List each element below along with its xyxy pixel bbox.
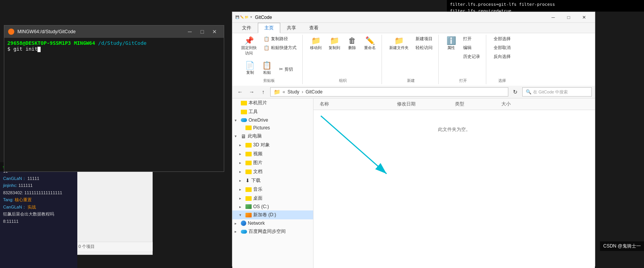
cut-icon: ✂ bbox=[279, 66, 283, 72]
new-folder-btn[interactable]: 📁 新建文件夹 bbox=[387, 35, 411, 53]
col-header-name[interactable]: 名称 bbox=[317, 100, 394, 108]
open-label: 打开 bbox=[459, 78, 467, 84]
path-study[interactable]: Study bbox=[288, 89, 300, 95]
tree-item-network[interactable]: ▸ Network bbox=[232, 219, 313, 227]
documents-folder-icon bbox=[245, 170, 252, 174]
chat-panel: 11 CanGLaN： 11111 jinjinhc: 111111 83283… bbox=[0, 166, 77, 268]
restore-button[interactable]: □ bbox=[197, 27, 208, 36]
back-button[interactable]: ← bbox=[235, 87, 245, 97]
tree-item-video[interactable]: ▸ 视频 bbox=[232, 149, 313, 158]
thispc-icon: 🖥 bbox=[241, 133, 246, 139]
tab-home[interactable]: 主页 bbox=[258, 23, 280, 33]
tab-view[interactable]: 查看 bbox=[303, 23, 325, 33]
properties-btn[interactable]: ℹ️ 属性 bbox=[443, 35, 459, 61]
new-label: 新建 bbox=[407, 78, 415, 84]
drive-d-icon bbox=[245, 213, 252, 217]
refresh-button[interactable]: ↻ bbox=[511, 87, 520, 97]
git-command-line: $ git init bbox=[7, 46, 221, 52]
address-input[interactable]: 📁 « Study › GitCode bbox=[270, 87, 508, 97]
git-bash-title: MINGW64:/d/Study/GitCode bbox=[17, 29, 76, 34]
tree-item-onedrive[interactable]: ▾ OneDrive bbox=[232, 116, 313, 124]
tree-item-pictures[interactable]: Pictures bbox=[232, 124, 313, 132]
tree-item-downloads[interactable]: ▸ ⬇ 下载 bbox=[232, 176, 313, 185]
sidebar-item-count: 0 个项目 bbox=[75, 242, 153, 251]
git-bash-titlebar: MINGW64:/d/Study/GitCode ─ □ ✕ bbox=[4, 25, 224, 38]
select-none-btn[interactable]: 全部取消 bbox=[491, 44, 513, 52]
tab-file[interactable]: 文件 bbox=[235, 23, 258, 33]
minimize-button[interactable]: ─ bbox=[184, 27, 195, 36]
explorer-minimize-btn[interactable]: ─ bbox=[545, 12, 561, 23]
tab-share[interactable]: 共享 bbox=[280, 23, 303, 33]
search-box[interactable]: 🔍 在 GitCode 中搜索 bbox=[522, 87, 592, 97]
ribbon-group-new: 📁 新建文件夹 新建项目 轻松访问 新建 bbox=[383, 35, 439, 84]
tree-item-tools[interactable]: 工具 bbox=[232, 107, 313, 116]
content-panel: 名称 修改日期 类型 大小 此文件夹为空。 bbox=[313, 98, 595, 268]
edit-btn[interactable]: 编辑 bbox=[460, 44, 483, 52]
tree-item-3d[interactable]: ▸ 3D 对象 bbox=[232, 141, 313, 149]
open-btn[interactable]: 打开 bbox=[460, 35, 483, 43]
pin-to-quick-access-btn[interactable]: 📌 固定到快访问 bbox=[239, 35, 259, 58]
paste-btn[interactable]: 📋 粘贴 bbox=[259, 59, 275, 77]
search-icon: 🔍 bbox=[526, 89, 532, 95]
copy-btn[interactable]: 📄 复制 bbox=[242, 59, 258, 77]
new-item-btn[interactable]: 新建项目 bbox=[413, 35, 435, 43]
cursor bbox=[37, 47, 41, 52]
invert-select-btn[interactable]: 反向选择 bbox=[491, 53, 513, 61]
chat-item-2: CanGLaN： 11111 bbox=[2, 175, 76, 182]
paste-shortcut-btn[interactable]: 📋 粘贴快捷方式 bbox=[261, 44, 299, 52]
git-icon bbox=[8, 29, 14, 35]
copy-path-btn[interactable]: 📋 复制路径 bbox=[261, 35, 299, 43]
tree-item-drive-d[interactable]: ▾ 新加卷 (D:) bbox=[232, 210, 313, 219]
forward-button[interactable]: → bbox=[247, 87, 256, 97]
empty-folder-message: 此文件夹为空。 bbox=[313, 110, 595, 149]
chat-item-6: CanGLaN： 实战 bbox=[2, 204, 76, 211]
git-prompt-app: MINGW64 bbox=[74, 40, 98, 46]
tree-item-thispc[interactable]: ▾ 🖥 此电脑 bbox=[232, 132, 313, 141]
desktop-folder-icon bbox=[245, 196, 252, 201]
explorer-close-btn[interactable]: ✕ bbox=[576, 12, 592, 23]
up-button[interactable]: ↑ bbox=[259, 87, 268, 97]
easy-access-btn[interactable]: 轻松访问 bbox=[413, 44, 435, 52]
tree-item-images[interactable]: ▸ 图片 bbox=[232, 158, 313, 167]
file-explorer-window[interactable]: 💾 ✏️ 📁 ▼ GitCode ─ □ ✕ 文件 主页 共享 查看 📌 固定到… bbox=[232, 12, 595, 266]
copy-to-btn[interactable]: 📁 复制到 bbox=[326, 35, 343, 53]
copy-icon: 📄 bbox=[245, 61, 255, 69]
chat-item-3: jinjinhc: 111111 bbox=[2, 182, 76, 189]
ribbon-group-clipboard: 📌 固定到快访问 📋 复制路径 📋 粘贴快捷方式 📄 bbox=[235, 35, 303, 84]
history-btn[interactable]: 历史记录 bbox=[460, 53, 483, 61]
rename-btn[interactable]: ✏️ 重命名 bbox=[361, 35, 378, 53]
tree-item-desktop[interactable]: ▸ 桌面 bbox=[232, 194, 313, 203]
col-header-size[interactable]: 大小 bbox=[498, 100, 537, 108]
tree-item-drive-c[interactable]: ▸ OS (C:) bbox=[232, 203, 313, 210]
delete-btn[interactable]: 🗑 删除 bbox=[344, 35, 360, 53]
tree-item-baidu[interactable]: ▸ 百度网盘同步空间 bbox=[232, 227, 313, 236]
photos-folder-icon bbox=[241, 101, 247, 105]
close-button[interactable]: ✕ bbox=[209, 27, 220, 36]
ribbon-content: 📌 固定到快访问 📋 复制路径 📋 粘贴快捷方式 📄 bbox=[232, 33, 595, 86]
copy-to-icon: 📁 bbox=[330, 37, 339, 44]
col-header-date[interactable]: 修改日期 bbox=[394, 100, 452, 108]
paste-shortcut-icon: 📋 bbox=[264, 45, 269, 51]
move-icon: 📁 bbox=[311, 37, 321, 44]
new-folder-icon: 📁 bbox=[394, 37, 404, 44]
git-prompt-user: 29658@DESKTOP-9SSM1P3 bbox=[7, 40, 71, 46]
explorer-restore-btn[interactable]: □ bbox=[561, 12, 576, 23]
git-bash-content[interactable]: 29658@DESKTOP-9SSM1P3 MINGW64 /d/Study/G… bbox=[4, 38, 224, 171]
tree-panel[interactable]: 本机照片 工具 ▾ OneDrive Pictures ▾ 🖥 此电脑 bbox=[232, 98, 313, 268]
folder-icon-addr: 📁 bbox=[274, 89, 280, 95]
delete-icon: 🗑 bbox=[348, 37, 356, 44]
move-to-btn[interactable]: 📁 移动到 bbox=[307, 35, 324, 53]
tree-item-music[interactable]: ▸ 音乐 bbox=[232, 185, 313, 194]
col-header-type[interactable]: 类型 bbox=[452, 100, 498, 108]
column-headers: 名称 修改日期 类型 大小 bbox=[313, 98, 595, 110]
select-all-btn[interactable]: 全部选择 bbox=[491, 35, 513, 43]
explorer-title: GitCode bbox=[255, 15, 272, 20]
tools-folder-icon bbox=[241, 110, 247, 114]
tree-item-documents[interactable]: ▸ 文档 bbox=[232, 167, 313, 176]
paste-icon: 📋 bbox=[262, 61, 272, 69]
cut-btn[interactable]: ✂ 剪切 bbox=[276, 61, 296, 77]
tree-item-photos[interactable]: 本机照片 bbox=[232, 98, 313, 107]
path-gitcode[interactable]: GitCode bbox=[305, 89, 322, 95]
titlebar-icons: 💾 ✏️ 📁 ▼ bbox=[235, 15, 253, 19]
git-bash-window[interactable]: MINGW64:/d/Study/GitCode ─ □ ✕ 29658@DES… bbox=[4, 25, 224, 172]
